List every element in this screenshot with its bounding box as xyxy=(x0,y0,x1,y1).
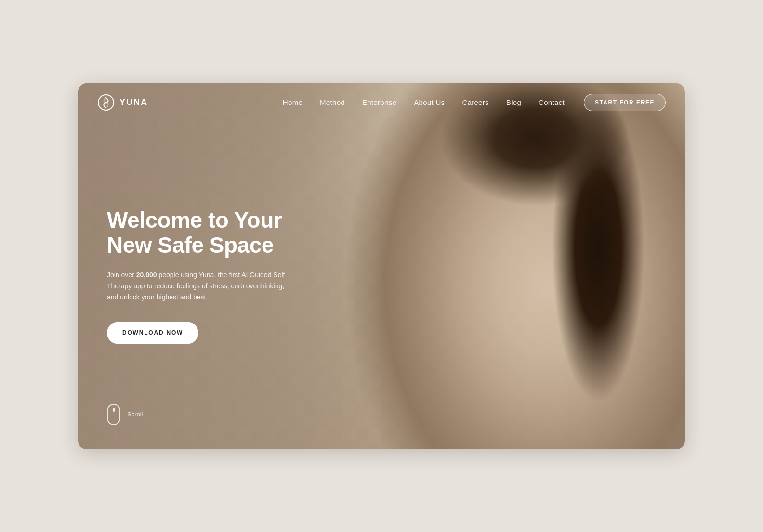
nav-item-method[interactable]: Method xyxy=(320,98,345,107)
logo-icon xyxy=(97,94,115,111)
nav-link-contact[interactable]: Contact xyxy=(539,98,565,106)
nav-item-contact[interactable]: Contact xyxy=(539,98,565,107)
nav-link-about[interactable]: About Us xyxy=(414,98,445,106)
start-free-button[interactable]: START FOR FREE xyxy=(584,94,666,111)
hero-content: Welcome to Your New Safe Space Join over… xyxy=(107,208,329,344)
nav-item-about[interactable]: About Us xyxy=(414,98,445,107)
scroll-mouse-icon xyxy=(107,404,120,425)
nav-item-blog[interactable]: Blog xyxy=(506,98,521,107)
logo[interactable]: YUNA xyxy=(97,94,148,111)
nav-link-method[interactable]: Method xyxy=(320,98,345,106)
page-wrapper: YUNA Home Method Enterprise About Us Car… xyxy=(78,83,685,449)
hero-subtitle: Join over 20,000 people using Yuna, the … xyxy=(107,270,285,303)
hero-subtitle-bold: 20,000 xyxy=(136,272,157,279)
navbar: YUNA Home Method Enterprise About Us Car… xyxy=(78,83,685,122)
hero-image xyxy=(290,83,685,449)
hero-subtitle-prefix: Join over xyxy=(107,272,136,279)
hero-title: Welcome to Your New Safe Space xyxy=(107,208,329,259)
brand-name: YUNA xyxy=(119,97,148,107)
scroll-mouse-dot xyxy=(113,408,115,412)
nav-link-careers[interactable]: Careers xyxy=(462,98,488,106)
nav-link-blog[interactable]: Blog xyxy=(506,98,521,106)
nav-item-home[interactable]: Home xyxy=(283,98,303,107)
nav-item-enterprise[interactable]: Enterprise xyxy=(362,98,396,107)
nav-item-careers[interactable]: Careers xyxy=(462,98,488,107)
nav-links: Home Method Enterprise About Us Careers … xyxy=(283,98,565,107)
scroll-indicator[interactable]: Scroll xyxy=(107,404,143,425)
download-now-button[interactable]: DOWNLOAD NOW xyxy=(107,322,198,344)
scroll-label: Scroll xyxy=(127,411,143,418)
nav-link-home[interactable]: Home xyxy=(283,98,303,106)
nav-link-enterprise[interactable]: Enterprise xyxy=(362,98,396,106)
